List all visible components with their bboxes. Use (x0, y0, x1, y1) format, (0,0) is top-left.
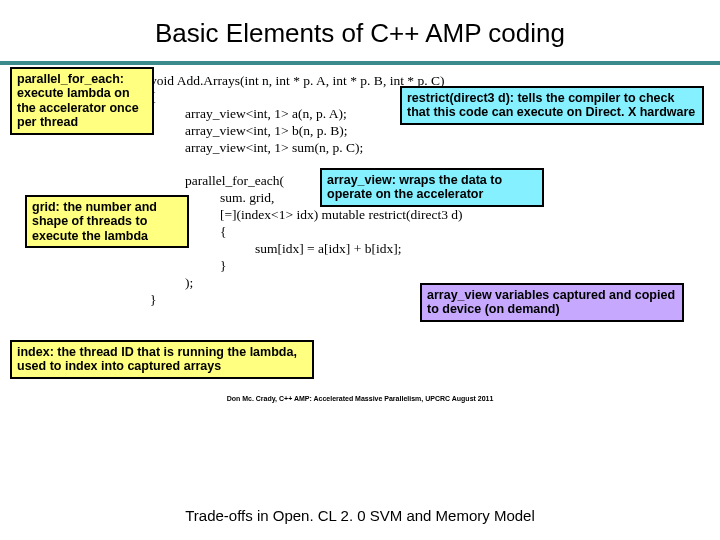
code-arrayview-b: array_view<int, 1> b(n, p. B); (185, 123, 348, 140)
code-paren-close: ); (185, 275, 193, 292)
code-area: void Add.Arrays(int n, int * p. A, int *… (10, 65, 710, 455)
code-lambda-sig: [=](index<1> idx) mutable restrict(direc… (220, 207, 463, 224)
code-body: sum[idx] = a[idx] + b[idx]; (255, 241, 401, 258)
code-arrayview-a: array_view<int, 1> a(n, p. A); (185, 106, 347, 123)
footer-text: Trade-offs in Open. CL 2. 0 SVM and Memo… (0, 507, 720, 524)
code-brace-close: } (150, 292, 156, 309)
callout-array-view: array_view: wraps the data to operate on… (320, 168, 544, 207)
callout-parallel-for-each: parallel_for_each: execute lambda on the… (10, 67, 154, 135)
slide-title: Basic Elements of C++ AMP coding (0, 0, 720, 61)
callout-restrict: restrict(direct3 d): tells the compiler … (400, 86, 704, 125)
code-arrayview-sum: array_view<int, 1> sum(n, p. C); (185, 140, 363, 157)
callout-grid: grid: the number and shape of threads to… (25, 195, 189, 248)
callout-index: index: the thread ID that is running the… (10, 340, 314, 379)
code-lambda-close: } (220, 258, 226, 275)
code-pfe: parallel_for_each( (185, 173, 284, 190)
callout-capture: array_view variables captured and copied… (420, 283, 684, 322)
code-lambda-open: { (220, 224, 226, 241)
citation: Don Mc. Crady, C++ AMP: Accelerated Mass… (10, 395, 710, 404)
code-grid: sum. grid, (220, 190, 274, 207)
